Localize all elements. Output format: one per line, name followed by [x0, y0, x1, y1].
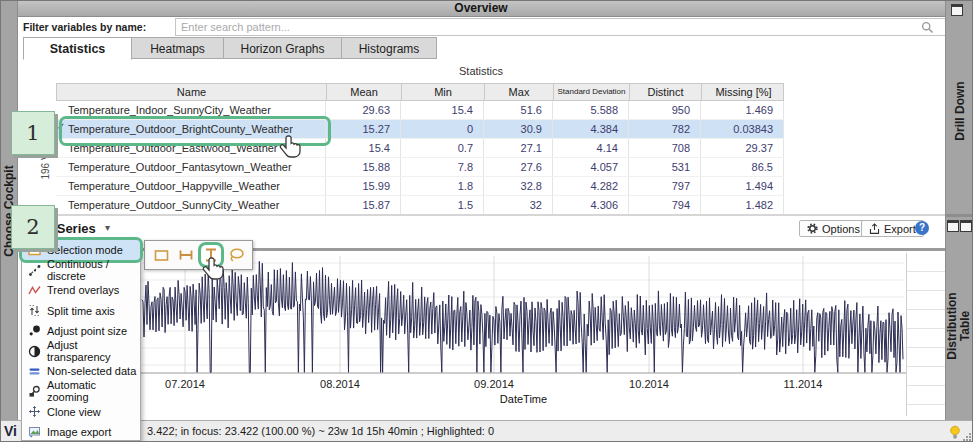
cell-value: 4.282 [553, 177, 629, 195]
panel-separator [17, 214, 945, 216]
page-title: Overview [454, 1, 507, 15]
cell-value: 4.14 [553, 139, 629, 157]
horizontal-range-select-icon[interactable] [176, 245, 196, 265]
tab-heatmaps[interactable]: Heatmaps [132, 37, 224, 59]
search-icon [921, 21, 934, 34]
cell-value: 1.5 [401, 196, 484, 214]
menu-item-continuous-discrete[interactable]: Continuous / discrete [22, 260, 140, 280]
statistics-table: Name Mean Min Max Standard Deviation Dis… [56, 83, 784, 215]
auto-zoom-icon [27, 384, 41, 398]
dots-line-icon [27, 263, 41, 277]
options-label: Options [822, 223, 860, 235]
x-tick-label: 07.2014 [160, 378, 210, 390]
table-row[interactable]: Temperature_Outdoor_SunnyCity_Weather15.… [56, 196, 784, 215]
annotation-badge-1: 1 [11, 111, 55, 155]
table-row[interactable]: Temperature_Outdoor_Fantasytown_Weather1… [56, 158, 784, 177]
cell-value: 15.99 [326, 177, 401, 195]
tab-horizon-graphs[interactable]: Horizon Graphs [224, 37, 342, 59]
cell-value: 4.384 [553, 120, 629, 138]
context-menu: Selection mode Continuous / discrete Tre… [21, 239, 141, 441]
app-window: Choose Cockpit Overview Drill Down Distr… [0, 0, 973, 442]
menu-item-clone-view[interactable]: Clone view [22, 402, 140, 422]
lasso-select-icon[interactable] [226, 245, 246, 265]
cell-value: 29.37 [701, 139, 784, 157]
cell-value: 15.4 [401, 101, 484, 119]
menu-item-non-selected-data[interactable]: Non-selected data [22, 361, 140, 381]
x-axis-label: DateTime [141, 393, 906, 405]
col-header-max[interactable]: Max [485, 84, 554, 100]
cell-value: 5.588 [553, 101, 629, 119]
lightbulb-icon[interactable] [949, 425, 961, 440]
cell-value: 782 [629, 120, 701, 138]
menu-item-label: Continuous / discrete [47, 258, 140, 282]
cell-value: 1.469 [701, 101, 784, 119]
menu-item-label: Image export [47, 426, 111, 438]
distribution-tab[interactable]: Distribution [944, 241, 959, 411]
menu-item-adjust-point-size[interactable]: Adjust point size [22, 321, 140, 341]
menu-item-label: Non-selected data [47, 365, 136, 377]
x-tick-label: 09.2014 [469, 378, 519, 390]
temperature-series-line [142, 261, 903, 372]
menu-item-adjust-transparency[interactable]: Adjust transparency [22, 341, 140, 361]
hand-cursor [279, 134, 303, 162]
menu-item-automatic-zooming[interactable]: Automatic zooming [22, 381, 140, 401]
cell-value: 708 [629, 139, 701, 157]
cell-value: 794 [629, 196, 701, 214]
cell-value: 4.057 [553, 158, 629, 176]
menu-item-label: Selection mode [47, 244, 123, 256]
rectangle-select-icon[interactable] [151, 245, 171, 265]
x-tick-label: 10.2014 [624, 378, 674, 390]
menu-item-trend-overlays[interactable]: Trend overlays [22, 280, 140, 300]
table-tab[interactable]: Table [958, 241, 973, 411]
trend-zigzag-icon [27, 283, 41, 297]
cell-value: 30.9 [484, 120, 553, 138]
col-header-distinct[interactable]: Distinct [630, 84, 702, 100]
cell-value: 29.63 [326, 101, 401, 119]
tab-histograms[interactable]: Histograms [342, 37, 437, 59]
menu-item-label: Automatic zooming [47, 379, 140, 403]
options-button[interactable]: Options [799, 220, 868, 237]
col-header-missing[interactable]: Missing [%] [702, 84, 785, 100]
resize-grip[interactable] [962, 432, 971, 441]
tab-statistics[interactable]: Statistics [23, 37, 132, 60]
menu-item-split-time-axis[interactable]: Split time axis [22, 301, 140, 321]
app-logo: Vi [4, 423, 17, 439]
help-icon[interactable]: ? [915, 221, 929, 235]
menu-item-label: Adjust point size [47, 325, 127, 337]
drill-down-tab[interactable]: Drill Down [945, 26, 973, 196]
maximize-icon[interactable] [960, 220, 972, 232]
col-header-name[interactable]: Name [57, 84, 327, 100]
cell-value: 15.88 [326, 158, 401, 176]
timeseries-chart[interactable] [141, 251, 906, 376]
cell-value: 4.306 [553, 196, 629, 214]
cell-value: 15.27 [326, 120, 401, 138]
search-input[interactable] [175, 18, 962, 36]
cell-value: 15.87 [326, 196, 401, 214]
export-label: Export [884, 223, 916, 235]
cell-value: 1.482 [701, 196, 784, 214]
menu-item-image-export[interactable]: Image export [22, 422, 140, 442]
chevron-down-icon[interactable]: ▾ [105, 222, 110, 233]
export-icon [869, 223, 880, 235]
menu-item-label: Trend overlays [47, 284, 119, 296]
point-size-icon [27, 324, 41, 338]
col-header-mean[interactable]: Mean [327, 84, 402, 100]
hand-cursor [202, 256, 226, 284]
x-tick-label: 08.2014 [315, 378, 365, 390]
cell-value: 27.6 [484, 158, 553, 176]
table-caption: Statistics [17, 65, 945, 77]
table-row[interactable]: Temperature_Outdoor_Happyville_Weather15… [56, 177, 784, 196]
col-header-stddev[interactable]: Standard Deviation [554, 84, 630, 100]
cell-value: 1.8 [401, 177, 484, 195]
menu-item-label: Clone view [47, 406, 101, 418]
filter-label: Filter variables by name: [23, 21, 146, 33]
maximize-icon[interactable] [947, 220, 959, 232]
maximize-icon[interactable] [951, 4, 963, 16]
col-header-min[interactable]: Min [402, 84, 485, 100]
sidebar-divider [945, 214, 973, 217]
table-header-row: Name Mean Min Max Standard Deviation Dis… [56, 83, 784, 101]
gear-icon [807, 223, 818, 234]
cell-value: 1.494 [701, 177, 784, 195]
cell-value: 0.7 [401, 139, 484, 157]
overview-title-bar: Overview [17, 1, 945, 17]
